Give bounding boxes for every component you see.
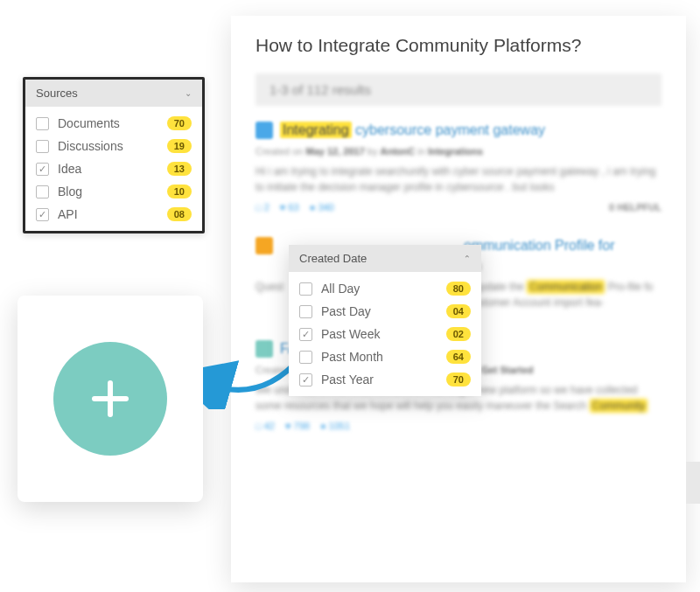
results-count: 1-3 of 112 results [256,73,662,106]
checkbox-icon [299,305,312,318]
checkbox-icon [36,140,49,153]
created-date-header-label: Created Date [299,252,367,265]
chevron-down-icon: ⌄ [185,88,192,98]
add-filter-card [18,296,203,502]
stat-likes: ♥ 798 [285,421,310,431]
checkbox-checked-icon [36,208,49,221]
helpful-label: 0 HELPFUL [609,202,662,212]
sources-option-documents[interactable]: Documents 70 [25,112,202,135]
facet-count-badge: 70 [446,373,471,387]
result-item[interactable]: Integrating cybersource payment gateway … [256,122,662,212]
stat-comments: □ 2 [256,202,270,212]
date-option-all-day[interactable]: All Day 80 [289,277,481,300]
facet-count-badge: 10 [167,185,192,198]
sources-option-blog[interactable]: Blog 10 [25,180,202,203]
sources-list: Documents 70 Discussions 19 Idea 13 Blog… [25,107,202,231]
facet-label: Past Month [321,350,446,364]
result-stats: □ 2 ♥ 63 ● 340 0 HELPFUL [256,202,662,212]
facet-count-badge: 08 [167,207,192,221]
facet-label: Blog [58,185,167,198]
facet-label: Discussions [58,139,167,153]
checkbox-checked-icon [36,163,49,176]
chat-icon [256,122,273,139]
facet-label: Past Week [321,327,446,341]
checkbox-icon [299,282,312,296]
facet-count-badge: 19 [167,139,192,153]
page-title: How to Integrate Community Platforms? [256,35,662,56]
facet-label: Past Day [321,304,446,318]
checkbox-checked-icon [299,373,312,387]
result-stats: □ 42 ♥ 798 ● 1051 [256,421,662,431]
edge-decoration [686,462,700,504]
created-date-list: All Day 80 Past Day 04 Past Week 02 Past… [289,272,481,396]
facet-count-badge: 02 [446,327,471,341]
stat-comments: □ 42 [256,421,275,431]
facet-count-badge: 64 [446,350,471,364]
result-title: ommunication Profile for [464,238,615,254]
date-option-past-day[interactable]: Past Day 04 [289,300,481,323]
stat-views: ● 1051 [320,421,350,431]
facet-count-badge: 70 [167,116,192,130]
checkbox-icon [36,117,49,130]
sources-option-api[interactable]: API 08 [25,203,202,226]
date-option-past-month[interactable]: Past Month 64 [289,345,481,368]
created-date-facet-panel: Created Date ⌄ All Day 80 Past Day 04 Pa… [289,245,481,396]
facet-label: Past Year [321,373,446,387]
result-meta: Created on May 12, 2017 by AntonC in Int… [256,146,662,157]
stat-likes: ♥ 63 [280,202,299,212]
created-date-header[interactable]: Created Date ⌄ [289,245,481,272]
date-option-past-week[interactable]: Past Week 02 [289,323,481,345]
sources-header[interactable]: Sources ⌄ [25,80,202,107]
highlight: Communication [527,280,605,294]
facet-count-badge: 13 [167,162,192,176]
facet-label: Documents [58,116,167,130]
result-title: Integrating cybersource payment gateway [280,122,545,138]
facet-label: Idea [58,162,167,176]
add-button[interactable] [53,342,167,456]
facet-label: API [58,207,167,221]
sources-header-label: Sources [36,87,78,100]
facet-count-badge: 04 [446,304,471,318]
sources-option-discussions[interactable]: Discussions 19 [25,135,202,157]
date-option-past-year[interactable]: Past Year 70 [289,368,481,391]
lightbulb-icon [256,340,273,358]
facet-label: All Day [321,282,446,296]
result-snippet: Hi i am trying to integrate searchunify … [256,164,662,195]
checkbox-icon [36,185,49,198]
stat-views: ● 340 [310,202,334,212]
checkbox-checked-icon [299,328,312,341]
sources-facet-panel: Sources ⌄ Documents 70 Discussions 19 Id… [23,77,205,233]
plus-icon [86,374,135,423]
book-icon [256,237,273,254]
result-meta: tarted [457,261,662,272]
facet-count-badge: 80 [446,282,471,296]
checkbox-icon [299,351,312,364]
highlight: Community [590,399,648,413]
sources-option-idea[interactable]: Idea 13 [25,157,202,180]
chevron-up-icon: ⌄ [464,254,471,263]
highlight: Integrating [280,122,352,138]
